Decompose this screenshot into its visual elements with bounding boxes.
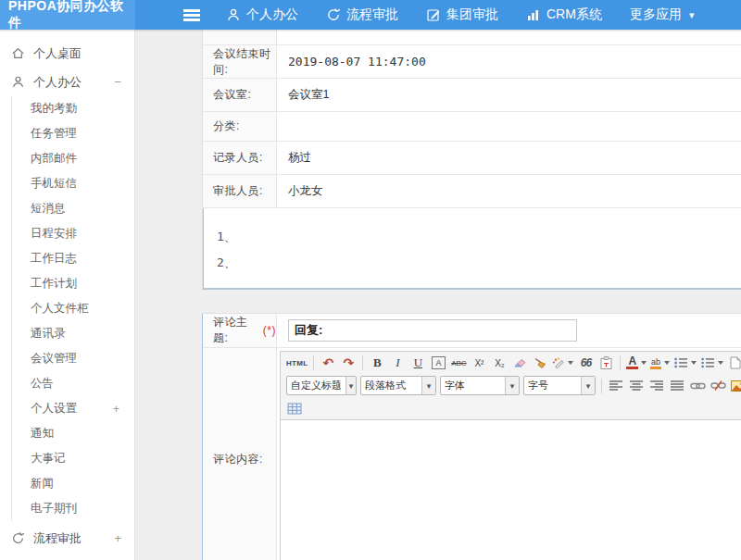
sidebar-item-work-plan[interactable]: 工作计划	[12, 271, 134, 296]
ordered-list-icon	[673, 357, 688, 368]
unlink-button[interactable]	[709, 377, 727, 395]
process-icon	[11, 531, 25, 545]
highlight-color-button[interactable]: ab	[649, 354, 671, 372]
sidebar-item-internal-mail[interactable]: 内部邮件	[12, 146, 134, 171]
sidebar-label: 电子期刊	[31, 501, 77, 516]
superscript-button[interactable]: X²	[470, 354, 488, 372]
sidebar-item-work-log[interactable]: 工作日志	[12, 246, 134, 271]
comment-subject-input[interactable]	[288, 319, 577, 342]
highlight-icon: ab	[650, 357, 661, 369]
undo-button[interactable]: ↶	[319, 354, 337, 372]
sidebar-label: 个人文件柜	[31, 301, 89, 317]
blockquote-button[interactable]: 66	[576, 354, 595, 372]
nav-label: 流程审批	[346, 6, 398, 23]
sidebar-item-desktop[interactable]: 个人桌面	[0, 39, 134, 68]
sidebar-label: 新闻	[31, 476, 54, 492]
caret-down-icon: ▾	[505, 377, 519, 394]
nav-group-approval[interactable]: 集团审批	[426, 6, 498, 23]
sidebar-item-news[interactable]: 新闻	[12, 471, 134, 496]
sidebar-item-schedule[interactable]: 日程安排	[12, 221, 134, 246]
italic-button[interactable]: I	[388, 354, 407, 372]
nav-process-approval[interactable]: 流程审批	[326, 6, 398, 23]
field-value: 2019-08-07 11:47:00	[277, 45, 741, 78]
ordered-list-button[interactable]	[672, 354, 697, 372]
field-label	[203, 30, 277, 44]
paste-plain-button[interactable]	[597, 354, 615, 372]
app-logo[interactable]: PHPOA协同办公软件	[0, 0, 135, 30]
subscript-button[interactable]: X₂	[490, 354, 509, 372]
sidebar-item-file-cabinet[interactable]: 个人文件柜	[12, 296, 134, 321]
unordered-list-icon	[700, 357, 715, 368]
hamburger-menu-icon[interactable]	[183, 9, 200, 21]
sidebar-item-tasks[interactable]: 任务管理	[12, 121, 134, 146]
sidebar-label: 大事记	[31, 451, 66, 467]
editor-toolbar-row-3	[281, 397, 741, 419]
unordered-list-button[interactable]	[699, 354, 724, 372]
align-left-icon	[609, 380, 622, 391]
field-label: 审批人员:	[203, 175, 277, 207]
unlink-icon	[710, 380, 726, 391]
sidebar-item-personal-office[interactable]: 个人办公 −	[0, 68, 134, 96]
sidebar-item-process-approval[interactable]: 流程审批 +	[0, 524, 134, 553]
sidebar-label: 手机短信	[31, 176, 77, 192]
link-button[interactable]	[688, 377, 707, 395]
sidebar-label: 短消息	[31, 201, 66, 217]
caret-down-icon: ▾	[421, 377, 435, 394]
nav-personal-office[interactable]: 个人办公	[226, 6, 298, 23]
field-label: 评论内容:	[203, 348, 277, 560]
nav-label: 个人办公	[246, 6, 298, 23]
html-source-button[interactable]: HTML	[285, 354, 308, 372]
redo-button[interactable]: ↷	[339, 354, 358, 372]
sidebar-item-personal-settings[interactable]: 个人设置+	[12, 396, 134, 421]
nav-label: CRM系统	[546, 6, 602, 23]
sidebar-item-major-events[interactable]: 大事记	[12, 446, 134, 471]
sidebar-item-contacts[interactable]: 通讯录	[12, 321, 134, 346]
align-right-button[interactable]	[647, 377, 666, 395]
align-center-button[interactable]	[627, 377, 646, 395]
font-family-select[interactable]: 字体▾	[440, 376, 520, 395]
caret-down-icon: ▾	[345, 377, 356, 394]
sidebar-label: 工作计划	[31, 276, 77, 292]
toolbar-divider	[620, 355, 621, 370]
format-brush-button[interactable]	[531, 354, 549, 372]
sidebar-item-e-journal[interactable]: 电子期刊	[12, 496, 134, 521]
editor-content-area[interactable]	[281, 419, 741, 560]
font-style-button[interactable]: A	[429, 354, 447, 372]
align-left-button[interactable]	[607, 377, 625, 395]
sidebar-item-notice[interactable]: 通知	[12, 421, 134, 446]
collapse-icon[interactable]: −	[114, 75, 121, 89]
editor-toolbar-row-1: HTML ↶ ↷ B I U A ABC X² X₂	[281, 352, 741, 374]
sidebar: 个人桌面 个人办公 − 我的考勤 任务管理 内部邮件 手机短信 短消息 日程安排…	[0, 30, 135, 560]
insert-image-button[interactable]	[729, 377, 741, 395]
caret-down-icon	[691, 361, 697, 365]
nav-crm-system[interactable]: CRM系统	[526, 6, 602, 23]
expand-icon[interactable]: +	[114, 531, 121, 545]
sidebar-item-sms[interactable]: 手机短信	[12, 171, 134, 196]
sidebar-label: 工作日志	[31, 251, 77, 267]
heading-select[interactable]: 自定义标题▾	[286, 376, 357, 395]
sidebar-item-attendance[interactable]: 我的考勤	[12, 96, 134, 121]
underline-button[interactable]: U	[408, 354, 427, 372]
eraser-button[interactable]	[510, 354, 529, 372]
sidebar-item-meeting-mgmt[interactable]: 会议管理	[12, 346, 134, 371]
color-spray-button[interactable]	[551, 354, 574, 372]
new-document-button[interactable]	[726, 354, 741, 372]
paragraph-select[interactable]: 段落格式▾	[360, 376, 436, 395]
bold-button[interactable]: B	[368, 354, 386, 372]
font-color-button[interactable]: A	[625, 354, 647, 372]
align-justify-button[interactable]	[668, 377, 686, 395]
field-value	[277, 314, 741, 347]
toolbar-divider	[362, 355, 363, 370]
table-row: 评论内容: HTML ↶ ↷ B I U A	[203, 348, 741, 560]
font-size-select[interactable]: 字号▾	[523, 376, 596, 395]
sidebar-item-announcement[interactable]: 公告	[12, 371, 134, 396]
sidebar-item-short-message[interactable]: 短消息	[12, 196, 134, 221]
person-icon	[11, 75, 25, 89]
table-row: 评论主题: (*)	[203, 314, 741, 348]
expand-icon[interactable]: +	[113, 403, 119, 416]
strikethrough-button[interactable]: ABC	[449, 354, 468, 372]
field-label: 会议室:	[203, 79, 277, 111]
nav-more-apps[interactable]: 更多应用 ▾	[630, 6, 695, 23]
caret-down-icon	[718, 361, 723, 365]
insert-table-button[interactable]	[285, 399, 304, 417]
